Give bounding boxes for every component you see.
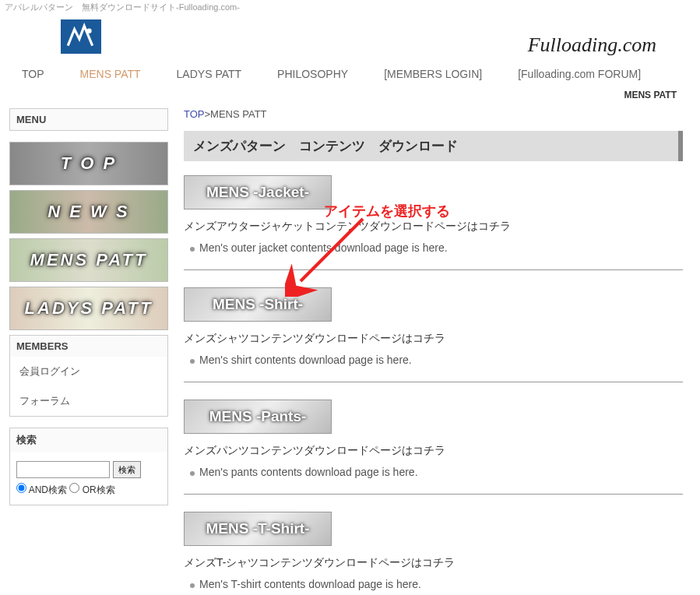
item-shirt-caption: MENS -Shirt- (185, 288, 331, 321)
item-tshirt: MENS -T-Shirt- メンズT-シャツコンテンツダウンロードページはコチ… (184, 512, 683, 595)
members-forum-link[interactable]: フォーラム (10, 386, 167, 416)
item-jacket: MENS -Jacket- メンズアウタージャケットコンテンツダウンロードページ… (184, 175, 683, 270)
sidebar-menu-title: MENU (10, 109, 167, 130)
section-label: MENS PATT (0, 90, 700, 100)
item-tshirt-desc-jp: メンズT-シャツコンテンツダウンロードページはコチラ (184, 556, 683, 570)
sidebar-top-button[interactable]: T O P (9, 142, 168, 185)
search-and-option[interactable]: AND検索 (16, 484, 67, 495)
item-tshirt-desc-en: Men's T-shirt contents download page is … (184, 578, 683, 590)
search-or-label: OR検索 (83, 484, 115, 495)
main-content: TOP>MENS PATT メンズパターン コンテンツ ダウンロード MENS … (184, 108, 691, 595)
sidebar: MENU T O P N E W S MENS PATT LADYS PATT … (9, 108, 168, 595)
nav-ladys-patt[interactable]: LADYS PATT (177, 68, 242, 80)
item-tshirt-caption: MENS -T-Shirt- (185, 512, 331, 545)
item-shirt: MENS -Shirt- メンズシャツコンテンツダウンロードページはコチラ Me… (184, 287, 683, 382)
item-jacket-desc-jp: メンズアウタージャケットコンテンツダウンロードページはコチラ (184, 220, 683, 234)
breadcrumb-top[interactable]: TOP (184, 108, 205, 120)
breadcrumb-sep: > (205, 108, 211, 120)
page-title: メンズパターン コンテンツ ダウンロード (184, 131, 683, 161)
sidebar-mens-button[interactable]: MENS PATT (9, 238, 168, 282)
search-or-radio[interactable] (69, 483, 79, 493)
sidebar-mens-label: MENS PATT (10, 239, 167, 281)
breadcrumb-current: MENS PATT (210, 108, 266, 120)
sidebar-news-label: N E W S (10, 191, 167, 233)
item-jacket-caption: MENS -Jacket- (185, 176, 331, 209)
search-button[interactable]: 検索 (113, 461, 141, 478)
sidebar-ladys-button[interactable]: LADYS PATT (9, 287, 168, 330)
item-jacket-button[interactable]: MENS -Jacket- (184, 175, 332, 209)
nav-top[interactable]: TOP (22, 68, 44, 80)
search-and-radio[interactable] (16, 483, 26, 493)
logo[interactable] (61, 19, 101, 54)
item-shirt-desc-jp: メンズシャツコンテンツダウンロードページはコチラ (184, 332, 683, 346)
sidebar-members-title: MEMBERS (10, 336, 167, 357)
item-shirt-button[interactable]: MENS -Shirt- (184, 287, 332, 322)
search-and-label: AND検索 (29, 484, 67, 495)
item-pants-desc-jp: メンズパンツコンテンツダウンロードページはコチラ (184, 444, 683, 458)
nav-philosophy[interactable]: PHILOSOPHY (277, 68, 348, 80)
nav-forum[interactable]: [Fulloading.com FORUM] (518, 68, 641, 80)
sidebar-news-button[interactable]: N E W S (9, 190, 168, 234)
sidebar-search-title: 検索 (10, 428, 167, 452)
main-nav: TOP MENS PATT LADYS PATT PHILOSOPHY [MEM… (0, 62, 700, 90)
breadcrumb: TOP>MENS PATT (184, 108, 683, 120)
nav-mens-patt[interactable]: MENS PATT (80, 68, 141, 80)
item-jacket-desc-en: Men's outer jacket contents download pag… (184, 241, 683, 254)
item-pants-button[interactable]: MENS -Pants- (184, 400, 332, 434)
members-login-link[interactable]: 会員ログイン (10, 357, 167, 386)
sidebar-ladys-label: LADYS PATT (10, 287, 167, 329)
nav-members-login[interactable]: [MEMBERS LOGIN] (384, 68, 482, 80)
search-input[interactable] (16, 461, 110, 478)
header: Fulloading.com (0, 15, 700, 62)
svg-point-0 (86, 29, 91, 33)
site-tagline: アパレルパターン 無料ダウンロードサイト-Fulloading.com- (0, 0, 700, 15)
item-pants: MENS -Pants- メンズパンツコンテンツダウンロードページはコチラ Me… (184, 400, 683, 495)
item-shirt-desc-en: Men's shirt contents download page is he… (184, 354, 683, 366)
search-or-option[interactable]: OR検索 (69, 484, 114, 495)
brand-name: Fulloading.com (528, 33, 656, 57)
item-pants-caption: MENS -Pants- (185, 400, 331, 433)
sidebar-top-label: T O P (10, 143, 167, 185)
item-tshirt-button[interactable]: MENS -T-Shirt- (184, 512, 332, 546)
item-pants-desc-en: Men's pants contents download page is he… (184, 466, 683, 478)
